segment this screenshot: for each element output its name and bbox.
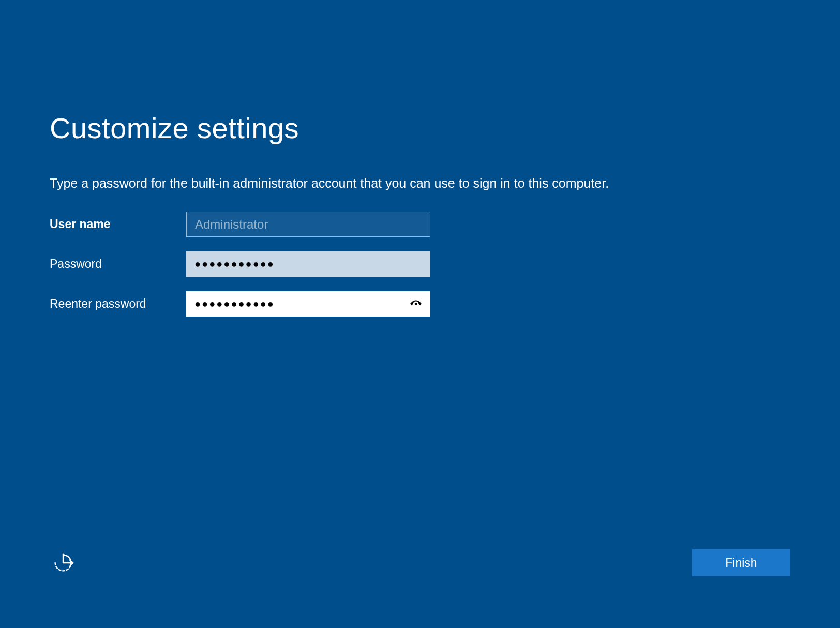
ease-of-access-icon[interactable] — [50, 549, 77, 576]
password-input-wrap — [186, 251, 430, 277]
username-label: User name — [50, 217, 186, 231]
instruction-text: Type a password for the built-in adminis… — [50, 176, 790, 191]
password-input[interactable] — [186, 251, 430, 277]
footer-bar: Finish — [50, 549, 790, 576]
page-title: Customize settings — [50, 111, 790, 145]
reenter-label: Reenter password — [50, 297, 186, 311]
reenter-input-wrap — [186, 291, 430, 317]
reenter-row: Reenter password — [50, 291, 790, 317]
svg-point-0 — [415, 303, 417, 305]
finish-button[interactable]: Finish — [692, 549, 790, 576]
username-row: User name — [50, 212, 790, 237]
password-label: Password — [50, 257, 186, 271]
username-input-wrap — [186, 212, 430, 237]
reenter-password-input[interactable] — [186, 291, 430, 317]
setup-screen: Customize settings Type a password for t… — [50, 111, 790, 331]
password-row: Password — [50, 251, 790, 277]
username-input — [186, 212, 430, 237]
reveal-password-icon[interactable] — [409, 297, 423, 311]
